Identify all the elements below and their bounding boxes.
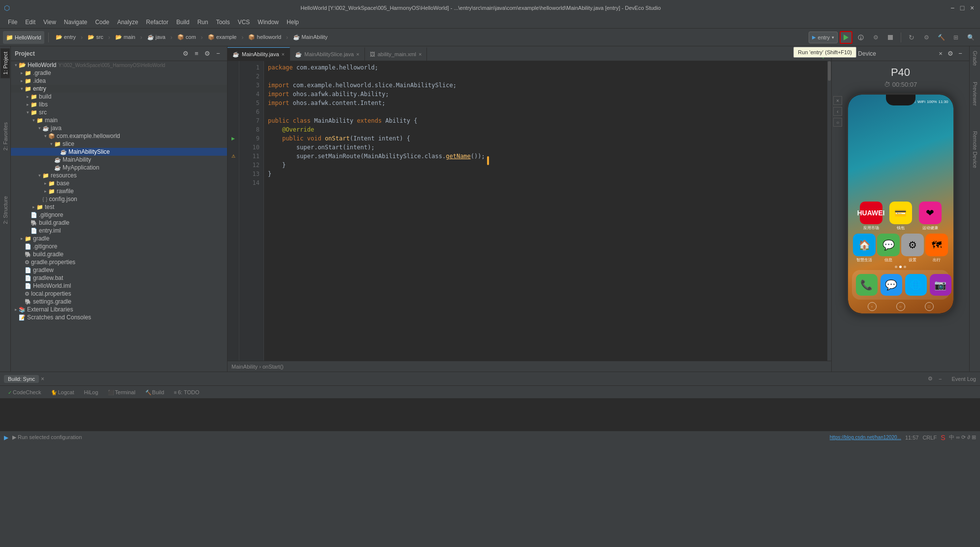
editor-code-content[interactable]: package com.example.helloworld; import c… bbox=[264, 61, 827, 361]
run-button[interactable]: Run 'entry' (Shift+F10) bbox=[840, 31, 852, 44]
bottom-tab-close-build[interactable]: × bbox=[41, 376, 44, 382]
tree-item-mainabilityslice[interactable]: ☕ MainAbilitySlice bbox=[11, 148, 227, 156]
tree-item-idea[interactable]: ▸ 📁 .idea bbox=[11, 77, 227, 85]
tab-close-mainability[interactable]: × bbox=[282, 52, 285, 57]
tool-tab-logcat[interactable]: 🐈Logcat bbox=[47, 388, 78, 396]
menu-help[interactable]: Help bbox=[283, 18, 303, 27]
breadcrumb-java[interactable]: ☕ java bbox=[144, 31, 168, 44]
app-huawei-store[interactable]: HUAWEI bbox=[860, 202, 882, 224]
debug-button[interactable] bbox=[854, 31, 867, 44]
menu-code[interactable]: Code bbox=[91, 18, 113, 27]
nav-back[interactable]: ‹ bbox=[868, 302, 877, 311]
tree-item-gradle-root[interactable]: ▸ 📁 gradle bbox=[11, 235, 227, 242]
status-encoding[interactable]: CRLF bbox=[922, 435, 937, 441]
project-collapse-btn[interactable]: ≡ bbox=[192, 49, 201, 59]
tool-tab-codecheck[interactable]: ✓CodeCheck bbox=[4, 388, 45, 396]
minimize-button[interactable]: − bbox=[948, 4, 956, 12]
dock-browser[interactable]: 🌐 bbox=[905, 274, 927, 296]
coverage-button[interactable]: ⚙ bbox=[869, 31, 882, 44]
search-everywhere-button[interactable]: 🔍 bbox=[964, 31, 977, 44]
stop-button[interactable] bbox=[884, 31, 897, 44]
maximize-button[interactable]: □ bbox=[958, 4, 966, 12]
menu-refactor[interactable]: Refactor bbox=[142, 18, 172, 27]
bottom-tab-build-sync[interactable]: Build: Sync bbox=[4, 375, 39, 383]
bottom-settings-btn[interactable]: ⚙ bbox=[928, 376, 933, 382]
tool-tab-todo[interactable]: ≡6: TODO bbox=[170, 388, 203, 396]
tree-item-entryiml[interactable]: 📄 entry.iml bbox=[11, 227, 227, 235]
nav-home[interactable]: ○ bbox=[896, 302, 905, 311]
app-messages[interactable]: 💬 bbox=[877, 234, 900, 256]
app-settings[interactable]: ⚙ bbox=[901, 234, 924, 256]
tree-item-buildgradle-entry[interactable]: 🐘 build.gradle bbox=[11, 219, 227, 227]
bottom-minimize-btn[interactable]: − bbox=[939, 376, 942, 382]
app-health[interactable]: ❤ bbox=[919, 202, 942, 224]
tree-item-config-json[interactable]: { } config.json bbox=[11, 195, 227, 203]
remote-close-btn[interactable]: × bbox=[936, 49, 946, 59]
tree-item-buildgradle-root[interactable]: 🐘 build.gradle bbox=[11, 250, 227, 258]
tree-item-test[interactable]: ▸ 📁 test bbox=[11, 203, 227, 211]
menu-edit[interactable]: Edit bbox=[21, 18, 39, 27]
tree-item-gitignore-root[interactable]: 📄 .gitignore bbox=[11, 242, 227, 250]
breadcrumb-example[interactable]: 📦 example bbox=[205, 31, 240, 44]
layout-button[interactable]: ⊞ bbox=[949, 31, 962, 44]
tree-item-scratches[interactable]: 📝 Scratches and Consoles bbox=[11, 313, 227, 321]
tree-item-settingsgradle[interactable]: 🐘 settings.gradle bbox=[11, 298, 227, 306]
tree-item-src[interactable]: ▾ 📁 src bbox=[11, 108, 227, 116]
breadcrumb-helloworld[interactable]: 📦 helloworld bbox=[245, 31, 284, 44]
close-button[interactable]: × bbox=[968, 4, 976, 12]
tab-abilitymain[interactable]: 🖼 ability_main.xml × bbox=[365, 47, 427, 61]
tab-mainabilityslice[interactable]: ☕ MainAbilitySlice.java × bbox=[290, 47, 365, 61]
settings-button[interactable]: ⚙ bbox=[920, 31, 933, 44]
tree-item-java[interactable]: ▾ ☕ java bbox=[11, 124, 227, 132]
menu-run[interactable]: Run bbox=[194, 18, 212, 27]
remote-close-device-btn[interactable]: × bbox=[833, 96, 842, 105]
build-manager-button[interactable]: 🔨 bbox=[935, 31, 947, 44]
tool-tab-build[interactable]: 🔨Build bbox=[141, 388, 168, 396]
remote-back-btn[interactable]: ‹ bbox=[833, 107, 842, 116]
sidebar-tab-project[interactable]: 1: Project bbox=[0, 48, 10, 78]
app-wallet[interactable]: 💳 bbox=[889, 202, 912, 224]
status-url[interactable]: https://blog.csdn.net/han12020... bbox=[830, 435, 901, 440]
remote-circle-btn[interactable]: ○ bbox=[833, 118, 842, 127]
tab-mainability[interactable]: ☕ MainAbility.java × bbox=[228, 47, 290, 61]
nav-recent[interactable]: □ bbox=[925, 302, 934, 311]
tree-item-main[interactable]: ▾ 📁 main bbox=[11, 116, 227, 124]
menu-vcs[interactable]: VCS bbox=[234, 18, 254, 27]
project-selector[interactable]: 📁 HelloWorld bbox=[3, 31, 44, 44]
code-editor[interactable]: ▶ ⚠ 12345 678910 11121314 package com.ex… bbox=[228, 61, 831, 361]
tree-item-myapplication[interactable]: ☕ MyApplication bbox=[11, 164, 227, 171]
tree-item-gradlew[interactable]: 📄 gradlew bbox=[11, 266, 227, 274]
tool-tab-hilog[interactable]: HiLog bbox=[80, 388, 102, 396]
menu-tools[interactable]: Tools bbox=[212, 18, 234, 27]
tab-grade[interactable]: Grade bbox=[971, 48, 980, 68]
tree-item-package[interactable]: ▾ 📦 com.example.helloworld bbox=[11, 132, 227, 140]
tool-tab-terminal[interactable]: ⬛Terminal bbox=[104, 388, 139, 396]
tree-item-base[interactable]: ▸ 📁 base bbox=[11, 179, 227, 187]
tree-item-entry[interactable]: ▾ 📁 entry bbox=[11, 85, 227, 93]
bottom-tab-event-log[interactable]: Event Log bbox=[951, 376, 976, 382]
tree-item-root[interactable]: ▾ 📂 HelloWorld Y:\002_WorkSpace\005_Harm… bbox=[11, 61, 227, 69]
tree-item-slice[interactable]: ▾ 📁 slice bbox=[11, 140, 227, 148]
tree-item-resources[interactable]: ▾ 📁 resources bbox=[11, 171, 227, 179]
project-settings-btn[interactable]: ⚙ bbox=[181, 49, 191, 59]
menu-build[interactable]: Build bbox=[172, 18, 194, 27]
project-gear-btn[interactable]: ⚙ bbox=[202, 49, 212, 59]
tree-item-external-libs[interactable]: ▸ 📚 External Libraries bbox=[11, 306, 227, 313]
tree-item-gradlewbat[interactable]: 📄 gradlew.bat bbox=[11, 274, 227, 282]
app-smarthome[interactable]: 🏠 bbox=[853, 234, 876, 256]
menu-file[interactable]: File bbox=[4, 18, 21, 27]
sync-button[interactable]: ↻ bbox=[905, 31, 918, 44]
menu-navigate[interactable]: Navigate bbox=[60, 18, 91, 27]
dock-messages[interactable]: 💬 bbox=[881, 274, 902, 296]
menu-view[interactable]: View bbox=[39, 18, 60, 27]
breadcrumb-src[interactable]: 📂 src bbox=[85, 31, 106, 44]
tree-item-helloworldiml[interactable]: 📄 HelloWorld.iml bbox=[11, 282, 227, 290]
breadcrumb-main[interactable]: 📂 main bbox=[112, 31, 138, 44]
tab-close-abilitymain[interactable]: × bbox=[419, 52, 422, 57]
menu-window[interactable]: Window bbox=[254, 18, 283, 27]
editor-scroll-indicator[interactable] bbox=[827, 61, 831, 361]
breadcrumb-entry[interactable]: 📂 entry bbox=[53, 31, 79, 44]
sidebar-tab-favorites[interactable]: 2: Favorites bbox=[1, 119, 10, 153]
tab-close-mainabilityslice[interactable]: × bbox=[356, 52, 359, 57]
breadcrumb-com[interactable]: 📦 com bbox=[174, 31, 199, 44]
